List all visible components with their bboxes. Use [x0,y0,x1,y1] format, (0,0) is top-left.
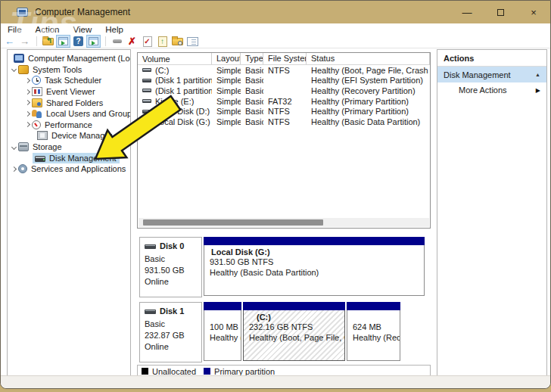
tools-icon [18,65,29,74]
volume-list-pane: Volume Layout Type File System Status (C… [137,52,431,229]
chevron-expanded-icon[interactable] [11,67,17,72]
toolbar-separator [36,36,37,46]
menu-view[interactable]: View [67,23,99,35]
mark-partition-button[interactable]: ✓ [140,35,154,48]
column-header-file-system[interactable]: File System [263,53,307,64]
tree-item-label: Shared Folders [46,98,103,107]
close-button[interactable]: × [517,1,550,23]
partition-efi[interactable]: 100 MB Healthy ( [204,302,241,361]
partition-status: Healthy (Basic Data Partition) [210,268,422,278]
partition-size: 624 MB [353,322,398,333]
tree-item-disk-management[interactable]: Disk Management [8,152,130,163]
chevron-collapsed-icon[interactable] [25,100,30,105]
tree-item-label: Task Scheduler [45,76,101,85]
maximize-icon [497,9,504,16]
table-row[interactable]: Kindle (E:) Simple Basic FAT32 Healthy (… [138,96,430,107]
delete-volume-button[interactable]: ✗ [125,35,139,48]
partition-g[interactable]: Local Disk (G:) 931.50 GB NTFS Healthy (… [204,237,425,296]
back-button[interactable]: ← [2,35,17,48]
column-header-layout[interactable]: Layout [212,53,241,64]
chevron-collapsed-icon[interactable] [11,166,17,172]
tree-item-label: Computer Management (Local) [28,54,131,63]
horizontal-scrollbar[interactable] [139,218,429,227]
partition-recovery[interactable]: 624 MB Healthy (Reco [347,302,400,361]
disk-0-label[interactable]: Disk 0 Basic 931.50 GB Online [139,237,202,297]
tree-item-task-scheduler[interactable]: Task Scheduler [8,75,130,86]
column-header-volume[interactable]: Volume [138,53,212,64]
chevron-collapsed-icon[interactable] [25,89,30,95]
partition-status: Healthy ( [210,333,239,344]
action-pane-icon [89,37,98,45]
minimize-button[interactable]: — [450,1,484,23]
tree-item-services-applications[interactable]: Services and Applications [8,163,130,175]
disk-size: 232.87 GB [145,330,201,341]
primary-partition-swatch [204,368,210,375]
explore-button[interactable] [170,35,185,48]
disk-icon [35,156,45,162]
menu-file[interactable]: File [1,23,29,35]
legend-unallocated: Unallocated [142,367,196,376]
tree-item-label: Device Manager [51,131,112,140]
chevron-collapsed-icon[interactable] [25,122,30,127]
table-row[interactable]: (Disk 1 partition 1) Simple Basic Health… [138,76,430,86]
table-row[interactable]: (C:) Simple Basic NTFS Healthy (Boot, Pa… [138,65,430,76]
show-console-tree-button[interactable] [56,35,70,48]
chevron-expanded-icon[interactable] [11,145,17,150]
disk-size: 931.50 GB [145,265,201,276]
more-actions-item[interactable]: More Actions ▶ [437,82,546,98]
primary-partition-bar [204,237,425,245]
tree-item-event-viewer[interactable]: Event Viewer [8,86,130,98]
disk-icon [142,99,151,103]
tree-item-local-users-groups[interactable]: Local Users and Groups [8,108,130,120]
menu-action[interactable]: Action [29,23,67,35]
disk-icon [142,120,151,123]
console-tree-icon [58,37,68,45]
titlebar: Computer Management — × [1,1,550,23]
partition-title [353,313,398,322]
column-header-type[interactable]: Type [241,53,263,64]
folder-up-icon: ↰ [42,38,54,45]
tree-item-computer-management[interactable]: Computer Management (Local) [8,53,130,64]
table-row[interactable]: Local Disk (D:) Simple Basic NTFS Health… [138,106,430,117]
chevron-collapsed-icon[interactable] [25,78,30,83]
tree-item-storage[interactable]: Storage [8,142,130,153]
tree-item-label: Event Viewer [46,87,95,96]
menu-help[interactable]: Help [98,23,130,35]
unallocated-swatch [142,368,148,375]
disk-icon [142,89,151,92]
tree-item-performance[interactable]: Performance [8,120,130,131]
properties-icon [187,37,198,46]
help-button[interactable]: ? [71,35,86,48]
forward-button[interactable]: → [17,35,32,48]
tree-item-device-manager[interactable]: Device Manager [8,130,130,142]
toolbar: ← → ↰ ? ✗ ✓ ↑ [1,35,550,48]
primary-partition-bar [347,302,400,310]
chevron-collapsed-icon[interactable] [25,111,30,117]
event-log-icon [32,87,42,96]
partition-c-selected[interactable]: (C:) 232.16 GB NTFS Healthy (Boot, Page … [243,302,345,361]
actions-header: Actions [437,50,546,67]
table-row[interactable]: (Disk 1 partition 4) Simple Basic Health… [138,86,430,96]
pointer-tool-button[interactable] [110,35,124,48]
device-icon [37,131,48,140]
move-up-button[interactable]: ↑ [155,35,170,48]
tree-item-label: Performance [45,120,92,129]
disk-1-label[interactable]: Disk 1 Basic 232.87 GB Online [139,302,202,362]
show-action-pane-button[interactable] [86,35,101,48]
tree-item-label: Storage [33,142,62,151]
tree-item-shared-folders[interactable]: Shared Folders [8,97,130,108]
table-row[interactable]: Local Disk (G:) Simple Basic NTFS Health… [138,117,430,127]
partition-title: Local Disk (G:) [210,247,422,257]
up-level-button[interactable]: ↰ [41,35,55,48]
folder-search-icon [172,38,183,45]
column-header-status[interactable]: Status [307,53,430,64]
tree-item-system-tools[interactable]: System Tools [8,64,130,76]
window-title: Computer Management [35,7,130,17]
properties-button[interactable] [185,35,200,48]
collapse-icon[interactable]: ▲ [535,72,540,77]
disk-icon [145,244,156,249]
expand-icon[interactable]: ▶ [536,87,540,94]
maximize-button[interactable] [484,1,517,23]
actions-group-disk-management[interactable]: Disk Management ▲ [437,67,546,82]
scrollbar-thumb[interactable] [143,219,323,226]
